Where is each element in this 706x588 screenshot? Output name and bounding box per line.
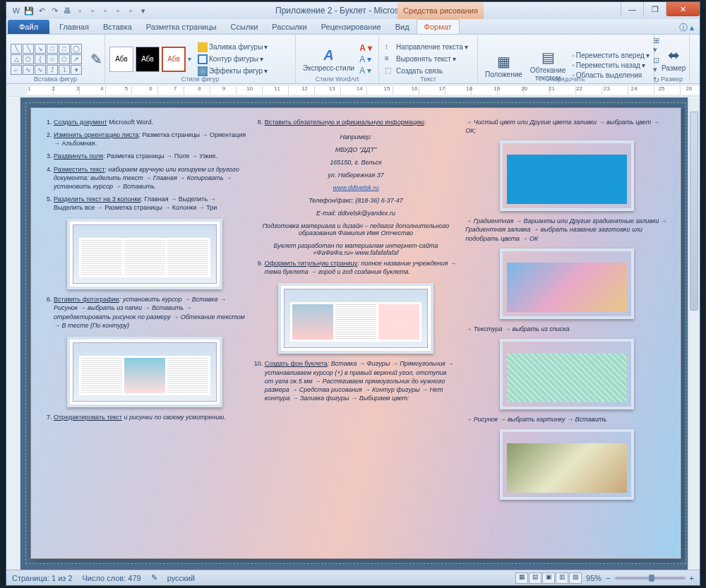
- help-icon[interactable]: ⓘ ▴: [679, 22, 694, 34]
- tab-references[interactable]: Ссылки: [224, 20, 265, 34]
- fill-preview-texture: [500, 339, 634, 409]
- qat-icon[interactable]: ▫: [74, 5, 85, 16]
- print-icon[interactable]: 🖶: [61, 5, 73, 16]
- shape-style[interactable]: Абв: [162, 47, 186, 72]
- zoom-slider[interactable]: [615, 577, 686, 580]
- contextual-tab-label: Средства рисования: [397, 2, 484, 19]
- language-indicator[interactable]: русский: [167, 574, 195, 582]
- page-indicator[interactable]: Страница: 1 из 2: [12, 574, 73, 582]
- statusbar: Страница: 1 из 2 Число слов: 479 ✎ русск…: [6, 570, 700, 585]
- column-2: Вставить обязательную и официальную инфо…: [255, 118, 457, 548]
- tab-format[interactable]: Формат: [417, 19, 460, 34]
- edit-shape-button[interactable]: ✎: [84, 49, 108, 70]
- website-link[interactable]: www.ddtvelsk.ru: [255, 184, 457, 191]
- group-label: Размер: [654, 76, 689, 83]
- group-label: Стили фигур: [105, 76, 295, 83]
- quick-access-toolbar[interactable]: W 💾 ↶ ↷ 🖶 ▫ ▫ ▫ ▫ ▫ ▾: [6, 5, 153, 16]
- group-label: Вставка фигур: [6, 76, 104, 83]
- fill-preview-gradient: [500, 248, 634, 319]
- titlebar: W 💾 ↶ ↷ 🖶 ▫ ▫ ▫ ▫ ▫ ▾ Приложение 2 - Бук…: [6, 2, 700, 19]
- fill-preview-picture: [500, 429, 634, 500]
- screenshot-thumb: [67, 219, 222, 289]
- shapes-gallery[interactable]: ╲╲↘□□◯ △⬠{☆⬡↗ ⌐∿∿⤴⤵▾: [11, 44, 82, 75]
- zoom-value[interactable]: 95%: [586, 574, 602, 582]
- tab-file[interactable]: Файл: [8, 20, 49, 34]
- word-count[interactable]: Число слов: 479: [83, 574, 141, 582]
- qat-icon[interactable]: ▫: [112, 5, 124, 16]
- qat-icon[interactable]: ▫: [87, 5, 98, 16]
- document-canvas[interactable]: Создать документ Microsoft Word. Изменит…: [20, 97, 700, 570]
- bring-forward-button[interactable]: ▫ Переместить вперед ▾: [570, 51, 651, 60]
- shape-fill-button[interactable]: Заливка фигуры ▾: [196, 42, 269, 53]
- maximize-button[interactable]: ❐: [643, 2, 666, 16]
- text-direction-button[interactable]: ↕Направление текста ▾: [383, 42, 469, 53]
- align-text-button[interactable]: ≡Выровнять текст ▾: [383, 54, 469, 65]
- column-1: Создать документ Microsoft Word. Изменит…: [44, 118, 246, 548]
- word-icon: W: [11, 5, 22, 16]
- save-icon[interactable]: 💾: [23, 5, 35, 16]
- screenshot-thumb: [67, 337, 222, 407]
- minimize-button[interactable]: —: [621, 2, 643, 16]
- redo-icon[interactable]: ↷: [49, 5, 60, 16]
- qat-more-icon[interactable]: ▾: [138, 5, 149, 16]
- undo-icon[interactable]: ↶: [36, 5, 47, 16]
- close-button[interactable]: ✕: [666, 2, 700, 16]
- text-effects-icon[interactable]: A ▾: [359, 66, 372, 76]
- ribbon-tabs: Файл Главная Вставка Разметка страницы С…: [6, 19, 700, 35]
- screenshot-thumb: [278, 283, 433, 354]
- text-outline-icon[interactable]: A ▾: [359, 54, 372, 64]
- horizontal-ruler[interactable]: 1234567891011121314151617181920212223242…: [6, 84, 700, 97]
- group-label: Текст: [379, 76, 477, 83]
- shape-style[interactable]: Абв: [109, 47, 133, 72]
- wordart-styles-button[interactable]: AЭкспресс-стили: [300, 44, 357, 73]
- tab-review[interactable]: Рецензирование: [314, 20, 388, 34]
- example-label: Например:: [255, 133, 457, 140]
- group-label: Стили WordArt: [296, 76, 378, 83]
- group-label: Упорядочить: [478, 76, 654, 83]
- tab-view[interactable]: Вид: [388, 20, 417, 34]
- page: Создать документ Microsoft Word. Изменит…: [30, 107, 681, 559]
- tab-mailings[interactable]: Рассылки: [265, 20, 313, 34]
- zoom-out-icon[interactable]: −: [606, 574, 610, 582]
- ribbon: ╲╲↘□□◯ △⬠{☆⬡↗ ⌐∿∿⤴⤵▾ ✎ Вставка фигур Абв…: [6, 35, 700, 84]
- tab-layout[interactable]: Разметка страницы: [139, 20, 224, 34]
- word-window: W 💾 ↶ ↷ 🖶 ▫ ▫ ▫ ▫ ▫ ▾ Приложение 2 - Бук…: [6, 1, 700, 586]
- qat-icon[interactable]: ▫: [100, 5, 111, 16]
- shape-style[interactable]: Абв: [136, 47, 160, 72]
- qat-icon[interactable]: ▫: [125, 5, 136, 16]
- vertical-scrollbar[interactable]: [688, 97, 700, 570]
- size-button[interactable]: ⬌Размер: [659, 44, 688, 73]
- tab-insert[interactable]: Вставка: [96, 20, 139, 34]
- fill-preview-solid: [500, 140, 634, 211]
- proofing-icon[interactable]: ✎: [151, 573, 157, 582]
- vertical-ruler[interactable]: [6, 97, 20, 570]
- text-fill-icon[interactable]: A ▾: [359, 43, 372, 53]
- tab-home[interactable]: Главная: [52, 20, 96, 34]
- send-backward-button[interactable]: ▫ Переместить назад ▾: [570, 61, 651, 70]
- column-3: Чистый цвет или Другие цвета заливки → в…: [465, 118, 668, 548]
- view-buttons[interactable]: ▦▤▣▥▧: [515, 572, 582, 584]
- styles-more-icon[interactable]: ▾: [188, 55, 191, 63]
- zoom-in-icon[interactable]: +: [690, 574, 694, 582]
- document-area: Создать документ Microsoft Word. Изменит…: [6, 97, 700, 570]
- shape-outline-button[interactable]: Контур фигуры ▾: [196, 54, 269, 65]
